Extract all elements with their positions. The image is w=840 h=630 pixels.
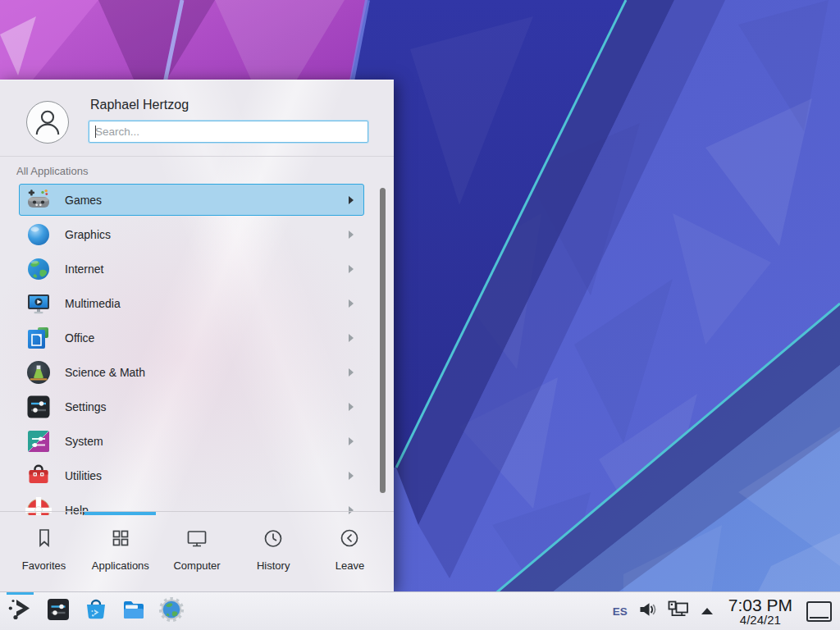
toolbox-icon	[25, 463, 52, 489]
clock-time: 7:03 PM	[728, 596, 792, 614]
menu-category-label: System	[65, 435, 103, 448]
submenu-arrow-icon	[349, 196, 354, 204]
menu-category-system[interactable]: System	[19, 425, 364, 457]
submenu-arrow-icon	[349, 231, 354, 239]
folder-icon	[120, 596, 148, 627]
app-grid-icon	[109, 527, 132, 553]
tab-leave[interactable]: Leave	[312, 522, 388, 572]
globe-icon	[25, 256, 52, 282]
sphere-icon	[25, 221, 52, 248]
submenu-arrow-icon	[349, 368, 354, 377]
tab-label: Applications	[92, 559, 149, 572]
submenu-arrow-icon	[349, 334, 354, 342]
menu-category-label: Multimedia	[65, 297, 121, 310]
flask-icon	[25, 359, 52, 386]
discover-bag-icon	[82, 596, 110, 627]
menu-category-science-math[interactable]: Science & Math	[19, 356, 364, 388]
tab-label: History	[257, 559, 290, 572]
menu-category-settings[interactable]: Settings	[19, 390, 364, 422]
application-launcher-button[interactable]	[7, 597, 34, 625]
network-icon[interactable]	[668, 600, 689, 622]
menu-category-help[interactable]: Help	[19, 494, 364, 515]
settings-sliders-icon	[44, 596, 72, 627]
submenu-arrow-icon	[349, 265, 354, 273]
taskbar-launchers	[7, 597, 185, 625]
system-tray: ES 7:03 PM 4/2	[613, 596, 832, 627]
tab-computer[interactable]: Computer	[158, 522, 235, 572]
submenu-arrow-icon	[349, 472, 354, 480]
tabbar-separator	[0, 511, 394, 512]
menu-category-office[interactable]: Office	[19, 322, 364, 354]
show-desktop-button[interactable]	[806, 601, 832, 622]
text-caret	[95, 126, 96, 138]
keyboard-layout-indicator[interactable]: ES	[613, 605, 628, 618]
discover-button[interactable]	[82, 597, 110, 625]
menu-category-multimedia[interactable]: Multimedia	[19, 287, 364, 319]
clock-date: 4/24/21	[728, 614, 792, 627]
submenu-arrow-icon	[349, 299, 354, 308]
web-browser-button[interactable]	[158, 597, 185, 625]
application-launcher-menu: Raphael Hertzog All Applications	[0, 80, 394, 591]
tab-applications[interactable]: Applications	[82, 522, 158, 572]
expand-tray-icon[interactable]	[701, 608, 713, 614]
history-clock-icon	[262, 527, 285, 553]
menu-category-label: Office	[65, 331, 94, 345]
menu-category-internet[interactable]: Internet	[19, 253, 364, 285]
digital-clock[interactable]: 7:03 PM 4/24/21	[728, 596, 792, 627]
menu-category-label: Utilities	[65, 469, 102, 482]
active-tab-indicator	[84, 512, 156, 515]
computer-icon	[185, 527, 208, 553]
tab-label: Leave	[336, 559, 364, 572]
gamepad-icon	[25, 187, 52, 213]
menu-category-label: Graphics	[65, 228, 111, 241]
search-box	[89, 121, 368, 143]
system-settings-button[interactable]	[44, 597, 72, 625]
bookmark-icon	[33, 527, 56, 553]
submenu-arrow-icon	[349, 403, 354, 411]
leave-icon	[338, 527, 361, 553]
tab-favorites[interactable]: Favorites	[6, 522, 82, 572]
submenu-arrow-icon	[349, 437, 354, 445]
lifebuoy-icon	[25, 497, 52, 516]
menu-category-utilities[interactable]: Utilities	[19, 459, 364, 491]
documents-icon	[25, 325, 52, 351]
search-input[interactable]	[89, 121, 368, 143]
category-list: Games Graphics	[0, 180, 394, 515]
desktop: Raphael Hertzog All Applications	[0, 0, 840, 630]
menu-category-label: Games	[65, 194, 102, 207]
kali-menu-icon	[7, 596, 34, 627]
header-separator	[0, 156, 394, 157]
submenu-arrow-icon	[349, 506, 354, 514]
file-manager-button[interactable]	[120, 597, 148, 625]
taskbar: ES 7:03 PM 4/2	[0, 591, 840, 630]
system-sliders-icon	[25, 428, 52, 454]
list-scrollbar[interactable]	[380, 188, 386, 493]
section-label: All Applications	[16, 165, 88, 177]
tab-label: Computer	[173, 559, 220, 572]
user-name: Raphael Hertzog	[90, 98, 189, 112]
tab-history[interactable]: History	[235, 522, 312, 572]
menu-category-label: Settings	[65, 400, 107, 413]
kickoff-tab-bar: Favorites Applications	[6, 522, 388, 572]
monitor-play-icon	[25, 290, 52, 317]
menu-category-label: Internet	[65, 262, 103, 276]
globe-gear-icon	[158, 596, 185, 627]
volume-icon[interactable]	[638, 601, 657, 621]
menu-category-label: Science & Math	[65, 366, 145, 379]
tab-label: Favorites	[22, 559, 66, 572]
menu-category-games[interactable]: Games	[19, 184, 364, 216]
sliders-icon	[25, 394, 52, 420]
menu-category-graphics[interactable]: Graphics	[19, 218, 364, 250]
user-avatar-icon[interactable]	[26, 101, 69, 144]
